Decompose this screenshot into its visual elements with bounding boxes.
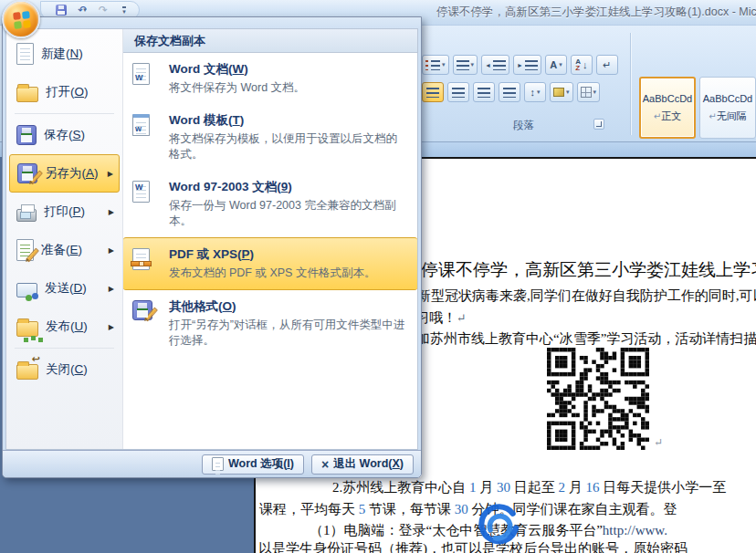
align-left-icon	[426, 88, 439, 98]
office-menu: 新建(N)打开(O)保存(S)另存为(A)▶打印(P)▶准备(E)▶发送(D)▶…	[2, 16, 422, 478]
word-options-button[interactable]: Word 选项(I)	[202, 454, 304, 475]
submenu-item-word-template[interactable]: wWord 模板(T)将文档保存为模板，以便用于设置以后文档的格式。	[123, 104, 417, 171]
character-scale-button[interactable]: A▾	[545, 55, 567, 75]
menu-item-print[interactable]: 打印(P)▶	[9, 193, 120, 231]
sort-button[interactable]: AZ↓	[571, 55, 593, 75]
submenu-header: 保存文档副本	[123, 29, 417, 53]
increase-indent-button[interactable]: ►	[513, 55, 541, 75]
align-center-icon	[452, 88, 465, 98]
open-folder-icon	[16, 87, 38, 102]
paragraph-dialog-launcher[interactable]	[593, 119, 604, 130]
submenu-item-description: 发布文档的 PDF 或 XPS 文件格式副本。	[169, 266, 408, 281]
redo-icon: ↷	[99, 5, 108, 16]
submenu-item-word-97-2003[interactable]: WWord 97-2003 文档(9)保存一份与 Word 97-2003 完全…	[123, 171, 417, 237]
qr-code-image	[547, 348, 649, 450]
office-logo-icon	[13, 11, 31, 29]
menu-item-send[interactable]: 发送(D)▶	[9, 269, 120, 308]
align-left-button[interactable]	[422, 82, 444, 102]
multilevel-list-icon	[457, 60, 469, 70]
word-document-icon: W	[132, 63, 150, 85]
numbered-list-icon	[425, 60, 440, 70]
send-icon	[16, 283, 37, 297]
align-justify-button[interactable]	[473, 82, 495, 102]
prepare-icon	[16, 239, 34, 261]
submenu-item-title: Word 模板(T)	[169, 112, 408, 129]
multilevel-list-button[interactable]: ▾	[453, 55, 478, 75]
menu-item-label: 新建(N)	[41, 46, 116, 62]
show-hide-marks-button[interactable]: ↵	[596, 55, 618, 75]
submenu-arrow-icon: ▶	[109, 246, 114, 255]
printer-icon	[16, 209, 37, 222]
style-name: ↵无间隔	[709, 110, 746, 123]
style-card-2[interactable]: AaBbCcDd↵无间隔	[699, 77, 756, 139]
office-menu-footer: Word 选项(I) × 退出 Word(X)	[3, 450, 421, 477]
document-line-5: 2.苏州线上教育中心自 1 月 30 日起至 2 月 16 日每天提供小学一至	[332, 479, 726, 496]
sort-icon: AZ	[575, 58, 581, 71]
submenu-item-title: PDF 或 XPS(P)	[169, 246, 408, 263]
office-button[interactable]	[2, 0, 40, 38]
submenu-arrow-icon: ▶	[109, 208, 114, 216]
save-as-icon	[17, 163, 37, 183]
save-icon	[16, 125, 37, 145]
pdf-xps-icon	[132, 248, 150, 270]
borders-button[interactable]: ▾	[577, 82, 601, 102]
submenu-item-pdf-xps[interactable]: PDF 或 XPS(P)发布文档的 PDF 或 XPS 文件格式副本。	[123, 237, 417, 290]
distribute-text-icon	[503, 88, 516, 98]
menu-item-prepare[interactable]: 准备(E)▶	[9, 231, 120, 269]
customize-quick-access-icon: ▾	[122, 6, 126, 14]
submenu-item-title: Word 97-2003 文档(9)	[169, 179, 408, 195]
menu-item-label: 另存为(A)	[45, 165, 100, 182]
submenu-item-description: 打开“另存为”对话框，从所有可用文件类型中进行选择。	[169, 318, 408, 349]
menu-item-label: 准备(E)	[41, 242, 101, 258]
menu-item-close[interactable]: ↩关闭(C)	[9, 350, 120, 389]
save-button[interactable]	[54, 3, 68, 17]
swirl-watermark-logo	[467, 498, 530, 549]
submenu-item-title: Word 文档(W)	[169, 61, 408, 78]
menu-item-label: 保存(S)	[44, 127, 116, 143]
submenu-item-description: 将文件保存为 Word 文档。	[169, 80, 408, 96]
undo-button[interactable]: ↶▾	[75, 3, 89, 17]
menu-item-new[interactable]: 新建(N)	[9, 35, 120, 73]
menu-item-label: 关闭(C)	[46, 361, 116, 378]
menu-item-publish[interactable]: 发布(U)▶	[9, 308, 120, 346]
decrease-indent-button[interactable]: ◄	[481, 55, 509, 75]
align-center-button[interactable]	[447, 82, 469, 102]
submenu-arrow-icon: ▶	[109, 323, 114, 331]
style-sample-text: AaBbCcDd	[643, 93, 692, 104]
menu-item-label: 发送(D)	[45, 280, 101, 297]
exit-word-button[interactable]: × 退出 Word(X)	[311, 454, 414, 475]
document-line-3: 习哦！↵	[415, 309, 467, 327]
exit-word-icon: ×	[321, 458, 329, 471]
menu-item-save-as[interactable]: 另存为(A)▶	[9, 154, 120, 193]
menu-item-label: 发布(U)	[46, 318, 101, 335]
window-title: 停课不停学，高新区第三小学娄江娃线上学习攻略(1).docx - Micr	[436, 5, 756, 20]
submenu-item-word-document[interactable]: WWord 文档(W)将文件保存为 Word 文档。	[123, 53, 417, 104]
group-separator	[630, 33, 631, 135]
menu-item-save[interactable]: 保存(S)	[9, 116, 120, 154]
distribute-text-button[interactable]	[499, 82, 520, 102]
menu-separator	[15, 113, 114, 114]
new-document-icon	[16, 43, 34, 65]
line-spacing-icon: ↕	[530, 87, 535, 98]
style-card-1[interactable]: AaBbCcDd↵正文	[639, 77, 696, 139]
line-spacing-button[interactable]: ↕▾	[524, 82, 546, 102]
word-template-icon: w	[132, 114, 150, 136]
paragraph-mark: ↵	[654, 436, 663, 450]
menu-separator	[15, 348, 114, 349]
save-as-submenu: 保存文档副本 WWord 文档(W)将文件保存为 Word 文档。wWord 模…	[123, 29, 417, 449]
redo-button[interactable]: ↷	[96, 3, 110, 17]
submenu-item-other-formats[interactable]: 其他格式(O)打开“另存为”对话框，从所有可用文件类型中进行选择。	[123, 290, 417, 357]
other-formats-icon	[132, 300, 152, 320]
style-name: ↵正文	[654, 110, 681, 123]
word-2007-window: { "colors": { "highlight_orange": "#FFD2…	[0, 0, 756, 553]
shading-button[interactable]: ▾	[550, 82, 573, 102]
submenu-arrow-icon: ▶	[108, 170, 113, 178]
save-icon	[56, 5, 67, 16]
decrease-indent-icon: ◄	[485, 62, 491, 68]
menu-item-open[interactable]: 打开(O)	[9, 73, 120, 111]
customize-quick-access-button[interactable]: ▾	[117, 3, 131, 17]
document-line-1: 停课不停学，高新区第三小学娄江娃线上学习	[421, 258, 756, 282]
numbered-list-button[interactable]: ▾	[422, 55, 449, 75]
submenu-item-description: 保存一份与 Word 97-2003 完全兼容的文档副本。	[169, 198, 408, 229]
paragraph-group-label: 段落	[513, 119, 534, 132]
